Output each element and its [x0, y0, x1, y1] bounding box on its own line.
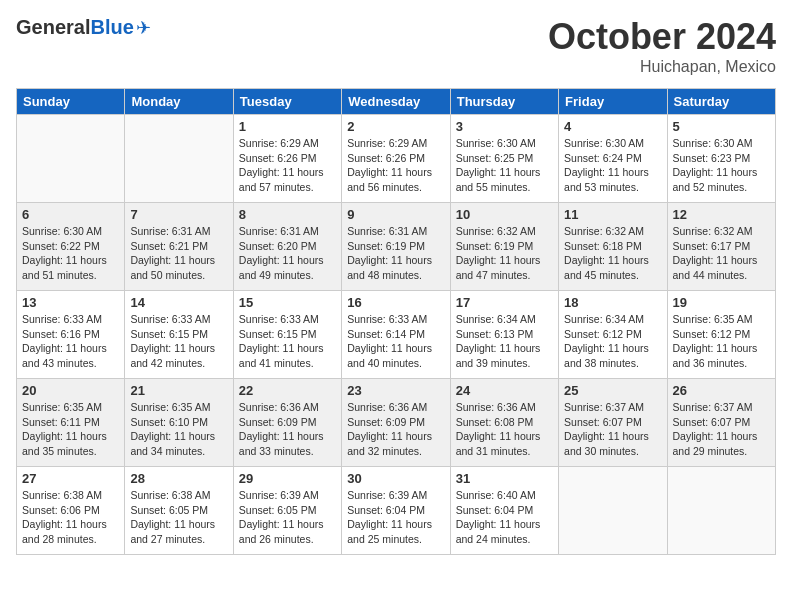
day-number: 14 [130, 295, 227, 310]
calendar-cell: 31Sunrise: 6:40 AMSunset: 6:04 PMDayligh… [450, 467, 558, 555]
calendar-cell: 2Sunrise: 6:29 AMSunset: 6:26 PMDaylight… [342, 115, 450, 203]
page-header: General Blue ✈ October 2024 Huichapan, M… [16, 16, 776, 76]
calendar-cell: 27Sunrise: 6:38 AMSunset: 6:06 PMDayligh… [17, 467, 125, 555]
day-info: Sunrise: 6:32 AMSunset: 6:18 PMDaylight:… [564, 224, 661, 283]
calendar-cell [559, 467, 667, 555]
day-number: 4 [564, 119, 661, 134]
day-number: 12 [673, 207, 770, 222]
calendar-cell: 22Sunrise: 6:36 AMSunset: 6:09 PMDayligh… [233, 379, 341, 467]
day-info: Sunrise: 6:33 AMSunset: 6:15 PMDaylight:… [130, 312, 227, 371]
calendar-week-row: 6Sunrise: 6:30 AMSunset: 6:22 PMDaylight… [17, 203, 776, 291]
day-number: 8 [239, 207, 336, 222]
calendar-cell: 21Sunrise: 6:35 AMSunset: 6:10 PMDayligh… [125, 379, 233, 467]
day-info: Sunrise: 6:31 AMSunset: 6:20 PMDaylight:… [239, 224, 336, 283]
calendar-cell [17, 115, 125, 203]
day-number: 26 [673, 383, 770, 398]
calendar-cell: 8Sunrise: 6:31 AMSunset: 6:20 PMDaylight… [233, 203, 341, 291]
weekday-header-wednesday: Wednesday [342, 89, 450, 115]
title-area: October 2024 Huichapan, Mexico [548, 16, 776, 76]
day-info: Sunrise: 6:30 AMSunset: 6:25 PMDaylight:… [456, 136, 553, 195]
calendar-cell: 15Sunrise: 6:33 AMSunset: 6:15 PMDayligh… [233, 291, 341, 379]
calendar-cell [125, 115, 233, 203]
day-info: Sunrise: 6:35 AMSunset: 6:11 PMDaylight:… [22, 400, 119, 459]
calendar-cell: 23Sunrise: 6:36 AMSunset: 6:09 PMDayligh… [342, 379, 450, 467]
weekday-header-friday: Friday [559, 89, 667, 115]
day-number: 10 [456, 207, 553, 222]
calendar-cell: 19Sunrise: 6:35 AMSunset: 6:12 PMDayligh… [667, 291, 775, 379]
day-number: 6 [22, 207, 119, 222]
day-info: Sunrise: 6:31 AMSunset: 6:19 PMDaylight:… [347, 224, 444, 283]
calendar-cell: 3Sunrise: 6:30 AMSunset: 6:25 PMDaylight… [450, 115, 558, 203]
weekday-header-sunday: Sunday [17, 89, 125, 115]
calendar-week-row: 27Sunrise: 6:38 AMSunset: 6:06 PMDayligh… [17, 467, 776, 555]
calendar-table: SundayMondayTuesdayWednesdayThursdayFrid… [16, 88, 776, 555]
day-number: 5 [673, 119, 770, 134]
day-info: Sunrise: 6:39 AMSunset: 6:05 PMDaylight:… [239, 488, 336, 547]
calendar-cell: 25Sunrise: 6:37 AMSunset: 6:07 PMDayligh… [559, 379, 667, 467]
day-number: 9 [347, 207, 444, 222]
day-info: Sunrise: 6:39 AMSunset: 6:04 PMDaylight:… [347, 488, 444, 547]
day-info: Sunrise: 6:35 AMSunset: 6:12 PMDaylight:… [673, 312, 770, 371]
location-subtitle: Huichapan, Mexico [548, 58, 776, 76]
day-number: 20 [22, 383, 119, 398]
day-number: 13 [22, 295, 119, 310]
calendar-cell: 26Sunrise: 6:37 AMSunset: 6:07 PMDayligh… [667, 379, 775, 467]
logo-blue-text: Blue [90, 16, 133, 39]
weekday-header-monday: Monday [125, 89, 233, 115]
calendar-cell: 20Sunrise: 6:35 AMSunset: 6:11 PMDayligh… [17, 379, 125, 467]
day-info: Sunrise: 6:34 AMSunset: 6:13 PMDaylight:… [456, 312, 553, 371]
weekday-header-tuesday: Tuesday [233, 89, 341, 115]
day-info: Sunrise: 6:32 AMSunset: 6:19 PMDaylight:… [456, 224, 553, 283]
day-info: Sunrise: 6:29 AMSunset: 6:26 PMDaylight:… [347, 136, 444, 195]
calendar-cell: 11Sunrise: 6:32 AMSunset: 6:18 PMDayligh… [559, 203, 667, 291]
day-number: 23 [347, 383, 444, 398]
day-number: 15 [239, 295, 336, 310]
weekday-header-saturday: Saturday [667, 89, 775, 115]
calendar-week-row: 20Sunrise: 6:35 AMSunset: 6:11 PMDayligh… [17, 379, 776, 467]
day-info: Sunrise: 6:38 AMSunset: 6:05 PMDaylight:… [130, 488, 227, 547]
calendar-cell: 14Sunrise: 6:33 AMSunset: 6:15 PMDayligh… [125, 291, 233, 379]
day-info: Sunrise: 6:29 AMSunset: 6:26 PMDaylight:… [239, 136, 336, 195]
day-info: Sunrise: 6:36 AMSunset: 6:09 PMDaylight:… [239, 400, 336, 459]
day-number: 31 [456, 471, 553, 486]
day-info: Sunrise: 6:34 AMSunset: 6:12 PMDaylight:… [564, 312, 661, 371]
logo-general-text: General [16, 16, 90, 39]
day-info: Sunrise: 6:30 AMSunset: 6:23 PMDaylight:… [673, 136, 770, 195]
calendar-cell: 7Sunrise: 6:31 AMSunset: 6:21 PMDaylight… [125, 203, 233, 291]
day-number: 3 [456, 119, 553, 134]
day-number: 27 [22, 471, 119, 486]
day-info: Sunrise: 6:38 AMSunset: 6:06 PMDaylight:… [22, 488, 119, 547]
day-info: Sunrise: 6:33 AMSunset: 6:15 PMDaylight:… [239, 312, 336, 371]
calendar-cell: 28Sunrise: 6:38 AMSunset: 6:05 PMDayligh… [125, 467, 233, 555]
calendar-cell: 12Sunrise: 6:32 AMSunset: 6:17 PMDayligh… [667, 203, 775, 291]
calendar-week-row: 1Sunrise: 6:29 AMSunset: 6:26 PMDaylight… [17, 115, 776, 203]
day-number: 25 [564, 383, 661, 398]
calendar-cell: 9Sunrise: 6:31 AMSunset: 6:19 PMDaylight… [342, 203, 450, 291]
calendar-cell: 18Sunrise: 6:34 AMSunset: 6:12 PMDayligh… [559, 291, 667, 379]
calendar-cell: 24Sunrise: 6:36 AMSunset: 6:08 PMDayligh… [450, 379, 558, 467]
day-number: 1 [239, 119, 336, 134]
day-info: Sunrise: 6:30 AMSunset: 6:22 PMDaylight:… [22, 224, 119, 283]
day-number: 19 [673, 295, 770, 310]
logo: General Blue ✈ [16, 16, 151, 39]
day-info: Sunrise: 6:37 AMSunset: 6:07 PMDaylight:… [564, 400, 661, 459]
calendar-cell: 5Sunrise: 6:30 AMSunset: 6:23 PMDaylight… [667, 115, 775, 203]
day-number: 24 [456, 383, 553, 398]
day-number: 18 [564, 295, 661, 310]
calendar-cell: 10Sunrise: 6:32 AMSunset: 6:19 PMDayligh… [450, 203, 558, 291]
logo-bird-icon: ✈ [136, 17, 151, 39]
day-number: 22 [239, 383, 336, 398]
day-number: 11 [564, 207, 661, 222]
day-info: Sunrise: 6:36 AMSunset: 6:08 PMDaylight:… [456, 400, 553, 459]
day-number: 17 [456, 295, 553, 310]
day-info: Sunrise: 6:33 AMSunset: 6:16 PMDaylight:… [22, 312, 119, 371]
calendar-cell: 13Sunrise: 6:33 AMSunset: 6:16 PMDayligh… [17, 291, 125, 379]
calendar-cell: 29Sunrise: 6:39 AMSunset: 6:05 PMDayligh… [233, 467, 341, 555]
day-number: 7 [130, 207, 227, 222]
day-info: Sunrise: 6:30 AMSunset: 6:24 PMDaylight:… [564, 136, 661, 195]
day-number: 29 [239, 471, 336, 486]
calendar-cell: 17Sunrise: 6:34 AMSunset: 6:13 PMDayligh… [450, 291, 558, 379]
day-info: Sunrise: 6:37 AMSunset: 6:07 PMDaylight:… [673, 400, 770, 459]
day-info: Sunrise: 6:31 AMSunset: 6:21 PMDaylight:… [130, 224, 227, 283]
calendar-cell: 30Sunrise: 6:39 AMSunset: 6:04 PMDayligh… [342, 467, 450, 555]
